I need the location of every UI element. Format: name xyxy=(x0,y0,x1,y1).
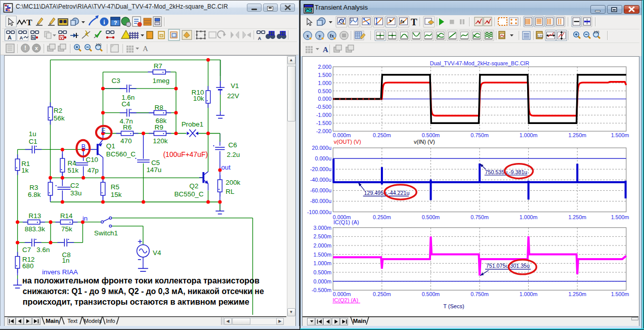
svg-text:1meg: 1meg xyxy=(153,77,170,85)
svg-text:v(OUT) (V): v(OUT) (V) xyxy=(334,139,361,145)
svg-text:1.250m: 1.250m xyxy=(568,291,586,297)
svg-text:0.000m: 0.000m xyxy=(314,278,332,284)
svg-text:100: 100 xyxy=(594,30,599,34)
svg-text:75k: 75k xyxy=(61,225,72,233)
svg-text:-20.000u: -20.000u xyxy=(310,166,331,172)
svg-text:C4: C4 xyxy=(121,100,131,108)
svg-text:0.750m: 0.750m xyxy=(470,214,489,220)
svg-text:10k: 10k xyxy=(193,95,204,102)
svg-text:0.500m: 0.500m xyxy=(314,269,332,275)
svg-text:100: 100 xyxy=(96,43,102,47)
svg-text:6.8k: 6.8k xyxy=(28,191,41,198)
svg-text:R3: R3 xyxy=(29,184,38,191)
svg-text:A: A xyxy=(8,34,12,40)
svg-text:in: in xyxy=(82,215,88,222)
svg-text:R14: R14 xyxy=(60,212,73,220)
svg-text:1n: 1n xyxy=(62,257,70,264)
svg-text:200k: 200k xyxy=(226,179,240,186)
svg-text:123: 123 xyxy=(537,34,543,38)
svg-text:fx: fx xyxy=(400,19,405,24)
svg-text:2.000: 2.000 xyxy=(318,64,331,70)
svg-text:680: 680 xyxy=(22,262,33,270)
svg-text:Dual_TVV-47-Mod_2kHz-square_BC: Dual_TVV-47-Mod_2kHz-square_BC.CIR xyxy=(430,60,530,66)
svg-text:1.250m: 1.250m xyxy=(568,132,586,138)
svg-text:Q2: Q2 xyxy=(189,182,198,190)
svg-text:15k: 15k xyxy=(111,191,122,198)
svg-text:1.000m: 1.000m xyxy=(520,132,538,138)
svg-text:1.500m: 1.500m xyxy=(611,214,629,220)
svg-text:2.500m: 2.500m xyxy=(314,233,332,239)
svg-text:R7: R7 xyxy=(154,62,162,70)
svg-text:0.250m: 0.250m xyxy=(373,132,391,138)
svg-text:C3: C3 xyxy=(112,77,120,85)
svg-text:Q1: Q1 xyxy=(106,142,115,150)
svg-text:0.750m: 0.750m xyxy=(470,291,489,297)
svg-text:0.000m: 0.000m xyxy=(333,132,351,138)
svg-text:R6: R6 xyxy=(123,123,132,131)
svg-text:?: ? xyxy=(114,20,117,26)
svg-text:0.500m: 0.500m xyxy=(422,214,440,220)
svg-text:снижаются: Q1 - до 9 мкА, Q2 -: снижаются: Q1 - до 9 мкА, Q2 - до 0,3 мА… xyxy=(23,287,264,296)
svg-text:A: A xyxy=(258,36,262,41)
svg-text:2.2u: 2.2u xyxy=(227,151,240,158)
svg-text:E: E xyxy=(101,127,105,134)
svg-text:56k: 56k xyxy=(54,114,65,122)
svg-text:Text: Text xyxy=(67,318,77,324)
svg-text:33u: 33u xyxy=(70,189,81,197)
svg-text:0.750m: 0.750m xyxy=(470,132,489,138)
svg-text:1.500m: 1.500m xyxy=(611,291,629,297)
svg-text:470: 470 xyxy=(120,137,132,145)
svg-text:A: A xyxy=(143,45,148,53)
svg-text:(100uF+47uF): (100uF+47uF) xyxy=(163,150,207,158)
svg-text:N: N xyxy=(32,35,35,40)
svg-text:-40.000u: -40.000u xyxy=(310,177,331,183)
svg-text:происходит, транзисторы остают: происходит, транзисторы остаются в актив… xyxy=(23,297,249,306)
svg-text:R8: R8 xyxy=(155,104,163,111)
svg-text:1.000m: 1.000m xyxy=(314,260,332,266)
svg-text:R5: R5 xyxy=(111,183,119,191)
svg-text:i: i xyxy=(103,19,105,26)
svg-text:RL: RL xyxy=(226,188,234,195)
svg-text:IC(Q1) (A): IC(Q1) (A) xyxy=(333,219,359,225)
svg-text:-0.500m: -0.500m xyxy=(312,287,331,293)
svg-text:fx: fx xyxy=(330,33,334,38)
svg-text:47p: 47p xyxy=(88,167,99,174)
svg-text:C1: C1 xyxy=(29,138,37,145)
svg-text:1u: 1u xyxy=(29,130,36,138)
svg-text:0.000m: 0.000m xyxy=(333,291,351,297)
svg-text:120k: 120k xyxy=(153,137,167,145)
svg-text:A: A xyxy=(323,46,328,54)
svg-text:out: out xyxy=(221,163,231,171)
svg-text:Probe1: Probe1 xyxy=(182,120,203,128)
svg-text:V: V xyxy=(60,35,63,40)
svg-text:0.000: 0.000 xyxy=(318,96,331,102)
svg-text:C7: C7 xyxy=(22,246,31,254)
svg-text:-1.000: -1.000 xyxy=(316,112,331,118)
svg-text:V4: V4 xyxy=(153,249,161,257)
svg-text:x: x xyxy=(35,45,38,51)
svg-text:1.000m: 1.000m xyxy=(520,214,538,220)
svg-text:C5: C5 xyxy=(151,159,160,167)
svg-text:2.000m: 2.000m xyxy=(314,242,332,249)
svg-text:BC560_C: BC560_C xyxy=(106,150,136,158)
svg-text:-1.500: -1.500 xyxy=(316,120,331,126)
svg-text:1.000m: 1.000m xyxy=(520,291,538,297)
svg-text:BC550_C: BC550_C xyxy=(174,190,203,198)
svg-text:Main: Main xyxy=(46,318,59,324)
svg-text:C10: C10 xyxy=(86,156,99,163)
svg-text:на положительном фронте токи к: на положительном фронте токи коллектора … xyxy=(22,276,260,285)
svg-text:B: B xyxy=(81,143,85,150)
svg-text:Models: Models xyxy=(84,318,102,324)
svg-text:20.000u: 20.000u xyxy=(312,145,332,151)
svg-text:x: x xyxy=(306,33,309,38)
svg-text:3.000m: 3.000m xyxy=(314,225,332,231)
svg-text:1.000: 1.000 xyxy=(318,80,331,86)
svg-text:V1: V1 xyxy=(231,82,239,90)
svg-text:51k: 51k xyxy=(68,167,79,174)
svg-text:C6: C6 xyxy=(228,141,237,149)
svg-text:0.250m: 0.250m xyxy=(373,291,391,297)
svg-text:0.500m: 0.500m xyxy=(422,291,440,297)
svg-text:883.3k: 883.3k xyxy=(25,225,46,233)
svg-text:1k: 1k xyxy=(21,167,28,174)
svg-text:-80.000u: -80.000u xyxy=(310,198,331,204)
